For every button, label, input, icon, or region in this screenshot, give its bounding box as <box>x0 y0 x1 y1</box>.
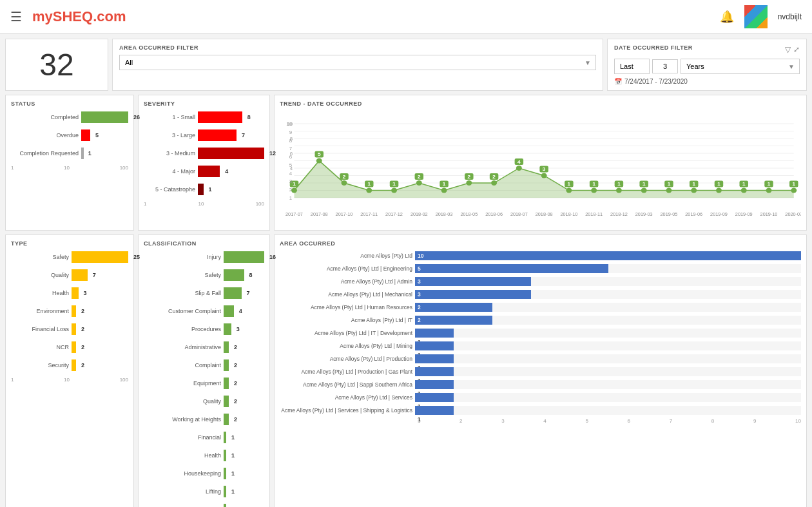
bar-value: 2 <box>231 362 237 368</box>
svg-text:4: 4 <box>517 158 521 164</box>
area-bar-label: Acme Alloys (Pty) Ltd | Admin <box>280 278 415 285</box>
username: nvdbijlt <box>778 12 802 21</box>
area-bar-fill: 2 <box>415 303 492 312</box>
bar-value: 2 <box>79 362 84 368</box>
date-range-display: 📅 7/24/2017 - 7/23/2020 <box>614 78 800 85</box>
area-bar-label: Acme Alloys (Pty) Ltd | Production <box>280 356 415 362</box>
svg-text:1: 1 <box>767 181 770 187</box>
header: ☰ mySHEQ.com 🔔 nvdbijlt <box>0 0 812 33</box>
svg-text:2018-03: 2018-03 <box>436 212 453 216</box>
bar-label: Procedures <box>144 326 221 332</box>
type-axis: 1 10 100 <box>11 377 128 383</box>
bar-label: Quality <box>144 398 221 405</box>
area-bar-fill: 5 <box>415 264 608 273</box>
trend-chart: 24681012017-0752017-0822017-1012017-1112… <box>280 111 801 225</box>
bar-value: 2 <box>79 308 84 314</box>
date-filter-row: Last Years ▼ <box>614 59 800 74</box>
area-filter-select-wrapper[interactable]: All ▼ <box>119 55 596 70</box>
svg-text:1: 1 <box>792 181 795 187</box>
type-chart: Safety 25 Quality 7 Health 3 Environment <box>11 251 128 372</box>
area-filter-select[interactable]: All <box>119 55 596 70</box>
bar-label: 4 - Major <box>144 168 195 175</box>
bar-value: 1 <box>229 434 235 441</box>
bar-label: Customer Complaint <box>144 308 221 314</box>
classification-chart: Injury 16 Safety 8 Slip & Fall 7 Custome… <box>144 251 264 507</box>
svg-text:9: 9 <box>289 129 292 135</box>
bar-container: 1 <box>224 450 264 461</box>
svg-text:2: 2 <box>492 173 496 179</box>
bar-fill <box>72 287 79 299</box>
menu-icon[interactable]: ☰ <box>10 9 22 24</box>
bar-row: Financial Loss 2 <box>11 323 128 336</box>
area-bar-container: 1 <box>415 380 801 389</box>
period-select[interactable]: Last <box>614 59 650 74</box>
area-filter-title: AREA OCCURRED FILTER <box>119 44 596 51</box>
bar-row: Complaint 2 <box>144 359 264 372</box>
bar-row: Slip & Fall 7 <box>144 287 264 300</box>
bar-row: Financial 1 <box>144 431 264 444</box>
area-bar-fill: 2 <box>415 316 492 325</box>
bar-fill <box>224 269 244 281</box>
severity-chart: 1 - Small 8 3 - Large 7 3 - Medium 12 4 … <box>144 111 264 196</box>
bar-fill <box>224 468 226 479</box>
svg-text:2017-11: 2017-11 <box>360 212 378 216</box>
bar-container: 2 <box>72 341 128 353</box>
bar-row: Customer Complaint 4 <box>144 305 264 318</box>
svg-point-77 <box>666 188 672 193</box>
status-chart: Completed 26 Overdue 5 Completion Reques… <box>11 111 128 160</box>
bar-container: 26 <box>81 111 128 123</box>
bar-label: Injury <box>144 254 221 260</box>
filter-icon[interactable]: ▽ <box>785 45 791 54</box>
svg-text:3: 3 <box>289 179 292 184</box>
bar-fill <box>224 323 231 335</box>
period-number-input[interactable] <box>652 59 678 73</box>
area-bar-container: 2 <box>415 303 801 312</box>
svg-point-93 <box>766 188 772 193</box>
trend-panel: TREND - DATE OCCURRED 24681012017-075201… <box>274 95 807 231</box>
area-bar-label: Acme Alloys (Pty) Ltd | Human Resources <box>280 304 415 311</box>
bar-container: 2 <box>72 323 128 335</box>
bar-container: 4 <box>224 305 264 317</box>
bar-container: 8 <box>224 269 264 281</box>
expand-icon[interactable]: ⤢ <box>793 45 800 54</box>
area-bar-fill <box>415 393 454 402</box>
avatar[interactable] <box>744 5 768 28</box>
area-bar-label: Acme Alloys (Pty) Ltd | Services | Shipp… <box>280 407 415 414</box>
area-bar-value: 10 <box>415 253 423 259</box>
bell-icon[interactable]: 🔔 <box>720 10 734 24</box>
area-bar-container: 1 <box>415 354 801 363</box>
period-select-wrapper[interactable]: Last <box>614 59 650 74</box>
svg-point-69 <box>616 188 622 193</box>
svg-text:2020-07: 2020-07 <box>785 212 801 216</box>
bar-row: 3 - Large 7 <box>144 129 264 142</box>
bar-row: Equipment 2 <box>144 377 264 390</box>
svg-text:1: 1 <box>643 181 646 187</box>
bar-row: Light Vehicles 1 <box>144 503 264 507</box>
svg-point-33 <box>391 188 397 193</box>
svg-text:3: 3 <box>543 166 546 172</box>
unit-select-wrapper[interactable]: Years ▼ <box>681 59 800 74</box>
area-bar-fill: 10 <box>415 251 801 260</box>
bar-value: 4 <box>237 308 242 314</box>
bar-fill <box>198 184 204 195</box>
svg-text:4: 4 <box>289 171 292 176</box>
svg-text:7: 7 <box>289 146 292 151</box>
svg-text:2019-05: 2019-05 <box>661 212 678 216</box>
svg-point-57 <box>541 173 547 178</box>
classification-panel: CLASSIFICATION Injury 16 Safety 8 Slip &… <box>138 234 270 507</box>
bar-row: Safety 8 <box>144 269 264 282</box>
bar-fill <box>81 129 90 141</box>
bar-value: 2 <box>79 326 84 332</box>
unit-select[interactable]: Years <box>681 59 800 74</box>
bar-value: 8 <box>245 114 251 120</box>
svg-text:1: 1 <box>443 181 446 187</box>
bar-value: 1 <box>229 452 235 459</box>
status-panel: STATUS Completed 26 Overdue 5 Completion… <box>5 95 134 231</box>
bar-label: Lifting <box>144 488 221 495</box>
bar-value: 1 <box>86 150 92 157</box>
bar-label: Environment <box>11 308 69 314</box>
svg-text:8: 8 <box>289 138 292 143</box>
bar-label: Financial Loss <box>11 326 69 332</box>
area-bar-fill <box>415 354 454 363</box>
svg-text:1: 1 <box>667 181 670 187</box>
